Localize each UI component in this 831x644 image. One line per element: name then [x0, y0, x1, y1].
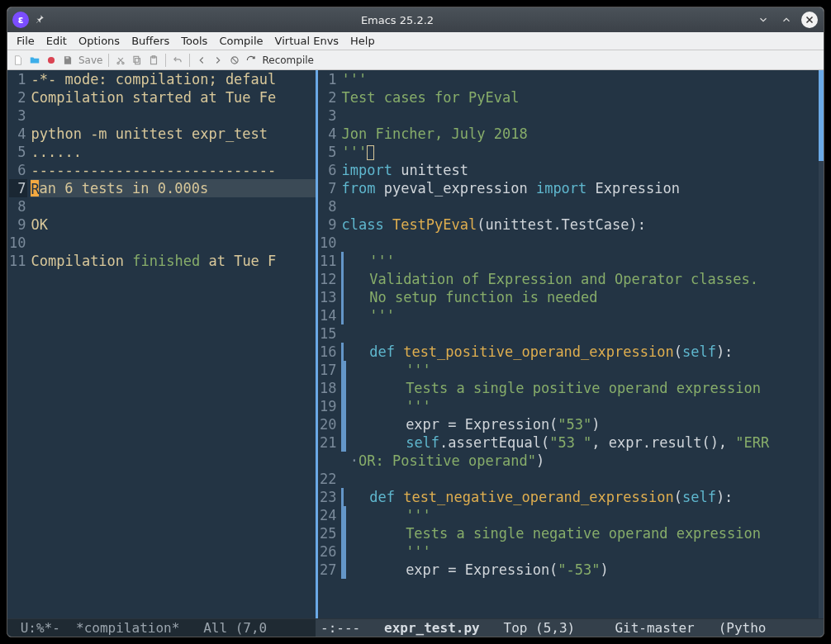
compilation-buffer[interactable]: -*- mode: compilation; defaulCompilation…: [31, 70, 316, 618]
svg-rect-4: [135, 58, 140, 64]
pin-icon[interactable]: [34, 13, 45, 27]
window-title: Emacs 25.2.2: [45, 14, 749, 26]
toolbar: Save Recompile: [7, 50, 824, 70]
scrollbar-track[interactable]: [819, 70, 824, 618]
prev-error-icon[interactable]: [194, 53, 209, 68]
close-icon: [801, 12, 818, 28]
menu-virtualenvs[interactable]: Virtual Envs: [269, 33, 345, 49]
menu-compile[interactable]: Compile: [213, 33, 268, 49]
emacs-window: ε Emacs 25.2.2 File Edit Options Buffers…: [7, 7, 824, 637]
source-buffer[interactable]: '''Test cases for PyEvalJon Fincher, Jul…: [341, 70, 824, 618]
menu-tools[interactable]: Tools: [175, 33, 213, 49]
minimize-button[interactable]: [754, 11, 772, 29]
svg-point-2: [117, 62, 119, 64]
cut-icon[interactable]: [113, 53, 128, 68]
recompile-icon[interactable]: [244, 53, 259, 68]
emacs-app-icon: ε: [12, 12, 29, 28]
toolbar-separator-2: [165, 54, 166, 67]
stop-icon[interactable]: [227, 53, 242, 68]
recompile-label[interactable]: Recompile: [260, 54, 315, 66]
modeline-right-suffix: Top (5,3) Git-master (Pytho: [480, 620, 767, 636]
copy-icon[interactable]: [130, 53, 145, 68]
modelines: U:%*- *compilation* All (7,0 -:--- expr_…: [7, 618, 824, 637]
menubar: File Edit Options Buffers Tools Compile …: [7, 32, 824, 50]
compilation-pane[interactable]: 1 2 3 4 5 6 7 8 91011 -*- mode: compilat…: [7, 70, 316, 618]
paste-icon[interactable]: [146, 53, 161, 68]
new-file-icon[interactable]: [11, 53, 26, 68]
modeline-left-text: U:%*- *compilation* All (7,0: [12, 620, 267, 636]
open-folder-icon[interactable]: [27, 53, 42, 68]
source-pane[interactable]: 1 2 3 4 5 6 7 8 910111213141516171819202…: [316, 70, 824, 618]
toolbar-separator: [108, 54, 109, 67]
menu-file[interactable]: File: [11, 33, 40, 49]
kill-buffer-icon[interactable]: [44, 53, 59, 68]
svg-point-3: [122, 62, 124, 64]
editor-area: 1 2 3 4 5 6 7 8 91011 -*- mode: compilat…: [7, 70, 824, 618]
menu-help[interactable]: Help: [344, 33, 381, 49]
svg-rect-5: [134, 56, 139, 62]
next-error-icon[interactable]: [211, 53, 226, 68]
menu-edit[interactable]: Edit: [40, 33, 73, 49]
left-gutter: 1 2 3 4 5 6 7 8 91011: [7, 70, 31, 618]
titlebar[interactable]: ε Emacs 25.2.2: [7, 7, 824, 32]
modeline-buffer-name: expr_test.py: [384, 620, 480, 636]
modeline-right-prefix: -:---: [321, 620, 384, 636]
modeline-source[interactable]: -:--- expr_test.py Top (5,3) Git-master …: [316, 619, 824, 637]
maximize-button[interactable]: [777, 11, 795, 29]
modeline-compilation[interactable]: U:%*- *compilation* All (7,0: [7, 619, 316, 637]
menu-buffers[interactable]: Buffers: [126, 33, 175, 49]
menu-options[interactable]: Options: [73, 33, 126, 49]
save-icon[interactable]: [60, 53, 75, 68]
undo-icon[interactable]: [170, 53, 185, 68]
scrollbar-thumb[interactable]: [819, 70, 824, 161]
right-gutter: 1 2 3 4 5 6 7 8 910111213141516171819202…: [318, 70, 341, 618]
close-button[interactable]: [800, 11, 819, 29]
svg-rect-1: [66, 56, 69, 58]
toolbar-separator-3: [189, 54, 190, 67]
svg-point-0: [48, 56, 55, 63]
save-label[interactable]: Save: [77, 54, 104, 66]
